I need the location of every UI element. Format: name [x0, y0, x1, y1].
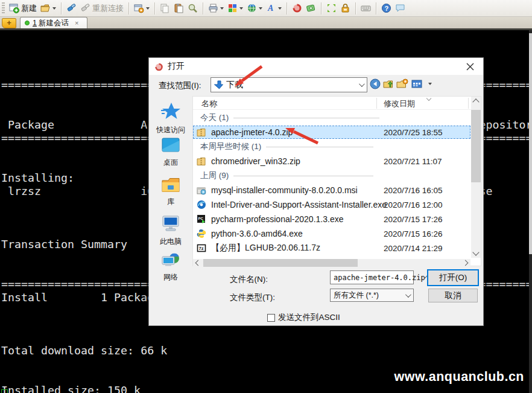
column-header-name[interactable]: 名称 — [201, 98, 217, 109]
virtual-keyboard-button[interactable] — [359, 1, 373, 16]
filetype-combobox[interactable]: 所有文件 (*.*) — [330, 289, 414, 302]
back-button[interactable] — [370, 78, 380, 89]
desktop-icon — [161, 137, 180, 154]
color-palette-icon — [227, 3, 238, 13]
place-desktop[interactable]: 桌面 — [150, 137, 191, 168]
place-network[interactable]: 网络 — [150, 253, 191, 283]
filename-combobox[interactable]: apache-jmeter-4.0.zip — [330, 270, 414, 284]
find-button[interactable] — [186, 1, 200, 16]
new-tab-button[interactable]: + — [2, 18, 16, 28]
tab-bar: + 1新建会话 × — [0, 17, 532, 28]
tab-close-icon[interactable]: × — [75, 20, 78, 27]
place-label: 快速访问 — [150, 125, 191, 135]
terminal-cursor — [1, 389, 8, 393]
color-scheme-button[interactable] — [226, 1, 245, 16]
toolbar-separator — [376, 2, 376, 14]
printer-icon — [208, 3, 218, 13]
connect-button[interactable] — [65, 1, 78, 16]
column-divider[interactable] — [376, 98, 377, 109]
group-header-earlier-this-week: 本周早些时候 (1) — [193, 140, 470, 153]
scroll-down-icon[interactable] — [472, 249, 479, 255]
list-vertical-scrollbar[interactable] — [471, 97, 481, 258]
lock-icon — [340, 3, 350, 13]
reconnect-icon — [80, 3, 90, 13]
toolbar-separator — [287, 2, 287, 14]
look-in-label: 查找范围(I): — [159, 80, 201, 91]
scroll-right-icon[interactable] — [463, 260, 469, 266]
ascii-checkbox-row: 发送文件到ASCII — [267, 312, 340, 323]
libraries-icon — [161, 177, 180, 193]
vertical-scrollbar-thumb[interactable] — [471, 110, 481, 182]
paste-button[interactable] — [172, 1, 186, 16]
horizontal-scrollbar-thumb[interactable] — [203, 259, 358, 267]
toolbar-separator — [61, 2, 62, 14]
filetype-chevron-icon — [405, 292, 411, 298]
copy-button[interactable] — [158, 1, 172, 16]
view-menu-button[interactable] — [411, 78, 423, 89]
toolbar-separator — [154, 2, 155, 14]
list-horizontal-scrollbar[interactable] — [193, 259, 470, 267]
place-quick-access[interactable]: 快速访问 — [150, 102, 191, 135]
font-caret — [278, 7, 282, 10]
connect-icon — [66, 3, 77, 13]
scroll-up-icon[interactable] — [472, 98, 479, 105]
file-row-lghub[interactable]: 7z 【必用】LGHUB-20.06.11.7z 2020/7/14 21:29 — [193, 241, 470, 255]
svg-text:7z: 7z — [199, 246, 204, 251]
scroll-left-icon[interactable] — [195, 260, 201, 266]
up-one-level-button[interactable] — [383, 78, 393, 89]
help-button[interactable]: ? — [379, 1, 393, 16]
toolbar-separator — [203, 2, 203, 14]
color-scheme-caret — [239, 7, 243, 10]
print-button[interactable] — [206, 1, 226, 16]
sort-chevron-icon — [426, 96, 431, 101]
list-body: 今天 (1) apache-jmeter-4.0.zip 2020/7/25 1… — [193, 110, 470, 259]
toolbar-separator — [128, 2, 129, 14]
dialog-titlebar[interactable]: 打开 — [149, 58, 483, 75]
open-file-dialog: 打开 查找范围(I): 下载 — [148, 57, 484, 326]
encoding-button[interactable] — [245, 1, 264, 16]
open-session-caret — [52, 7, 56, 10]
new-session-button[interactable]: 新建 — [7, 1, 39, 16]
session-manager-button[interactable] — [132, 1, 151, 16]
reconnect-button[interactable]: 重新连接 — [78, 1, 125, 16]
place-libraries[interactable]: 库 — [150, 177, 191, 207]
font-button[interactable]: A — [264, 1, 283, 16]
lock-screen-button[interactable] — [338, 1, 352, 16]
look-in-combobox[interactable]: 下载 — [211, 77, 367, 92]
copy-icon — [160, 3, 170, 13]
place-this-pc[interactable]: 此电脑 — [150, 215, 191, 247]
close-icon — [466, 63, 474, 71]
terminal-scrollbar[interactable] — [529, 30, 532, 393]
open-session-button[interactable] — [39, 1, 58, 16]
tab-session-1[interactable]: 1新建会话 × — [20, 17, 87, 28]
intel-installer-icon — [197, 200, 206, 209]
open-button[interactable]: 打开(O) — [427, 269, 479, 286]
toolbar-grip[interactable] — [2, 2, 5, 14]
file-row-mysql-installer[interactable]: mysql-installer-community-8.0.20.0.msi 2… — [193, 184, 470, 197]
filetype-value: 所有文件 (*.*) — [334, 290, 379, 301]
cancel-button[interactable]: 取消 — [428, 289, 478, 302]
globe-icon — [247, 3, 257, 13]
group-header-today: 今天 (1) — [193, 111, 470, 124]
file-row-intel-driver[interactable]: Intel-Driver-and-Support-Assistant-Insta… — [193, 198, 470, 211]
filetype-label: 文件类型(T): — [230, 292, 275, 303]
file-row-python[interactable]: python-3.6.0-amd64.exe 2020/7/15 16:26 — [193, 227, 470, 240]
dialog-close-button[interactable] — [461, 60, 478, 73]
file-row-chromedriver[interactable]: chromedriver_win32.zip 2020/7/21 11:07 — [193, 155, 470, 168]
terminal-scrollbar-thumb[interactable] — [529, 33, 532, 254]
session-properties-icon — [134, 3, 144, 13]
toolbar-separator — [321, 2, 321, 14]
new-folder-button[interactable] — [396, 78, 408, 89]
dialog-title: 打开 — [168, 61, 185, 72]
ascii-checkbox[interactable] — [267, 314, 275, 322]
python-installer-icon — [197, 229, 206, 238]
column-divider[interactable] — [468, 98, 469, 109]
file-row-pycharm[interactable]: PC pycharm-professional-2020.1.3.exe 202… — [193, 212, 470, 226]
xftp-button[interactable] — [290, 1, 304, 16]
feedback-button[interactable] — [393, 1, 407, 16]
file-row-apache-jmeter[interactable]: apache-jmeter-4.0.zip 2020/7/25 18:55 — [193, 126, 470, 139]
column-header-date[interactable]: 修改日期 — [384, 98, 415, 109]
xagent-button[interactable] — [304, 1, 318, 16]
fullscreen-button[interactable] — [325, 1, 338, 16]
xftp-icon — [292, 3, 302, 13]
